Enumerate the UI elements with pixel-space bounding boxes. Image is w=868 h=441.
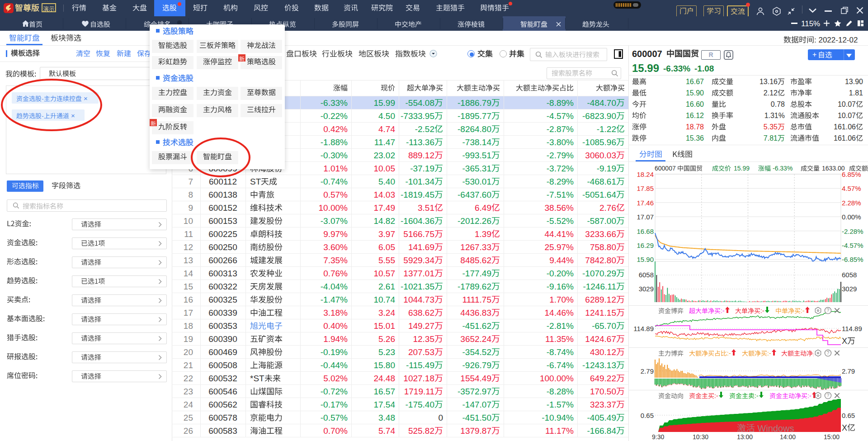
- svg-text:?: ?: [827, 393, 830, 398]
- svg-text:?: ?: [827, 351, 830, 356]
- svg-text:?: ?: [827, 308, 830, 313]
